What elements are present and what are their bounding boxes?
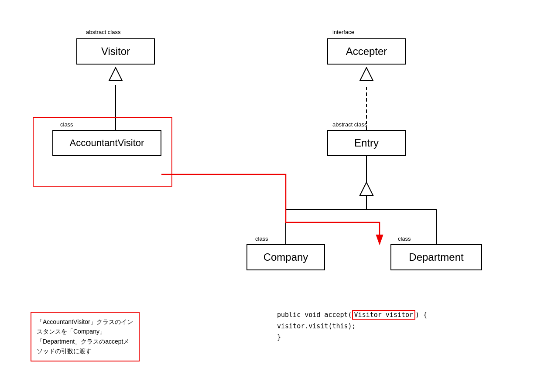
annotation-box: 「AccountantVisitor」クラスのインスタンスを「Company」「…	[31, 312, 140, 361]
svg-marker-1	[109, 68, 122, 81]
company-name: Company	[264, 251, 308, 263]
code-line1: public void accept(Visitor visitor) {	[277, 310, 427, 321]
department-box: Department	[390, 244, 482, 270]
department-stereotype-label: class	[398, 235, 411, 242]
code-highlight: Visitor visitor	[352, 310, 415, 320]
accepter-name: Accepter	[346, 45, 387, 58]
company-box: Company	[246, 244, 325, 270]
company-stereotype-label: class	[255, 235, 268, 242]
svg-marker-3	[360, 68, 373, 81]
accountant-stereotype-label: class	[60, 121, 73, 128]
entry-box: Entry	[327, 130, 406, 156]
accepter-box: Accepter	[327, 38, 406, 65]
department-name: Department	[409, 251, 463, 263]
accountant-box: AccountantVisitor	[52, 130, 161, 156]
diagram: abstract class Visitor interface Accepte…	[0, 0, 534, 392]
entry-name: Entry	[354, 137, 379, 149]
visitor-box: Visitor	[76, 38, 155, 65]
annotation-text: 「AccountantVisitor」クラスのインスタンスを「Company」「…	[37, 318, 133, 355]
svg-marker-5	[360, 182, 373, 195]
visitor-stereotype-label: abstract class	[86, 29, 120, 35]
code-block: public void accept(Visitor visitor) { vi…	[277, 310, 427, 343]
code-line2: visitor.visit(this);	[277, 321, 427, 332]
visitor-name: Visitor	[101, 45, 130, 58]
entry-stereotype-label: abstract class	[332, 121, 367, 128]
code-line3: }	[277, 332, 427, 343]
accepter-stereotype-label: interface	[332, 29, 354, 35]
accountant-name: AccountantVisitor	[70, 137, 144, 149]
